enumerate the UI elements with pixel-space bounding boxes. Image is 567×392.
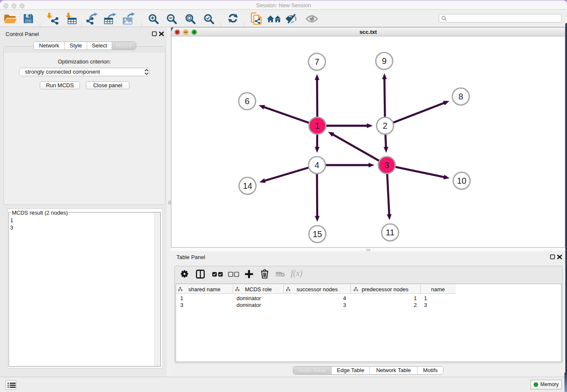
svg-text:10: 10	[457, 176, 466, 185]
svg-text:11: 11	[386, 228, 395, 237]
svg-text:14: 14	[243, 181, 252, 190]
svg-text:9: 9	[382, 56, 386, 66]
svg-text:2: 2	[383, 121, 387, 130]
svg-text:15: 15	[313, 229, 322, 239]
svg-text:6: 6	[245, 97, 249, 106]
svg-text:7: 7	[314, 57, 319, 66]
svg-text:3: 3	[384, 160, 389, 170]
svg-text:4: 4	[314, 160, 319, 170]
svg-text:8: 8	[458, 92, 463, 101]
svg-text:1: 1	[315, 121, 319, 130]
